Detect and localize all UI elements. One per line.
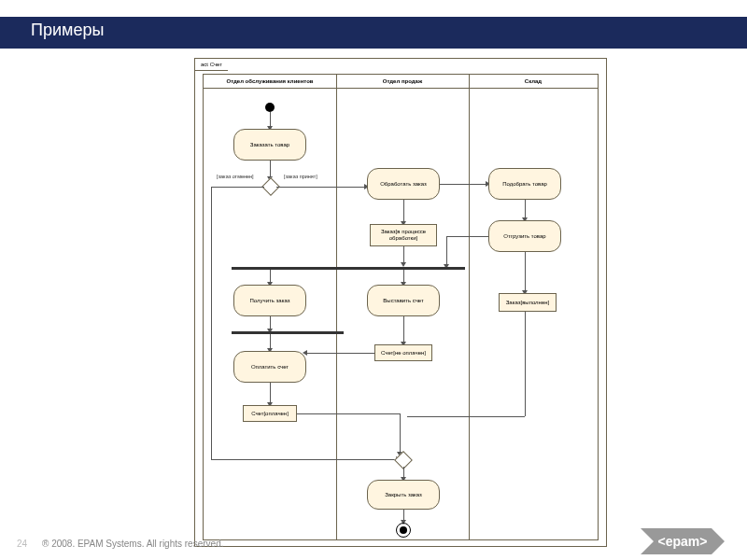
activity-receive-order: Получить заказ bbox=[233, 285, 306, 316]
page-number: 24 bbox=[17, 539, 27, 549]
slide-title: Примеры bbox=[31, 21, 104, 40]
lane-header-warehouse: Склад bbox=[469, 75, 598, 89]
activity-pay-invoice: Оплатить счет bbox=[233, 351, 306, 383]
activity-process-order: Обработать заказ bbox=[367, 168, 440, 200]
guard-rejected: [заказ отменен] bbox=[217, 174, 254, 179]
activity-close-order: Закрыть заказ bbox=[367, 480, 440, 510]
lane-sep-1 bbox=[336, 75, 337, 539]
activity-order-goods: Заказать товар bbox=[233, 129, 306, 161]
activity-pick-goods: Подобрать товар bbox=[488, 168, 561, 200]
join-bar-1 bbox=[232, 331, 344, 334]
final-node bbox=[396, 523, 411, 538]
object-invoice-paid: Счет[оплачен] bbox=[243, 405, 297, 422]
object-invoice-unpaid: Счет[не оплачен] bbox=[374, 344, 432, 361]
lane-header-customer: Отдел обслуживания клиентов bbox=[204, 75, 336, 89]
epam-logo: <epam> bbox=[641, 528, 725, 554]
diagram-tab: act Счет bbox=[194, 58, 228, 71]
title-bar bbox=[0, 17, 747, 49]
guard-accepted: [заказ принят] bbox=[284, 174, 317, 179]
copyright: ® 2008. EPAM Systems. All rights reserve… bbox=[42, 539, 223, 549]
logo-text: <epam> bbox=[658, 534, 708, 549]
object-order-processing: Заказ[в процессе обработки] bbox=[370, 224, 437, 246]
slide: Примеры act Счет Отдел обслуживания клие… bbox=[0, 0, 747, 560]
activity-ship-goods: Отгрузить товар bbox=[488, 220, 561, 252]
fork-bar bbox=[232, 267, 465, 270]
swimlanes: Отдел обслуживания клиентов Отдел продаж… bbox=[203, 74, 599, 540]
object-order-done: Заказ[выполнен] bbox=[499, 293, 557, 312]
activity-diagram: act Счет Отдел обслуживания клиентов Отд… bbox=[194, 58, 607, 547]
lane-header-sales: Отдел продаж bbox=[336, 75, 469, 89]
activity-issue-invoice: Выставить счет bbox=[367, 285, 440, 316]
initial-node bbox=[265, 103, 275, 112]
lane-sep-2 bbox=[469, 75, 470, 539]
